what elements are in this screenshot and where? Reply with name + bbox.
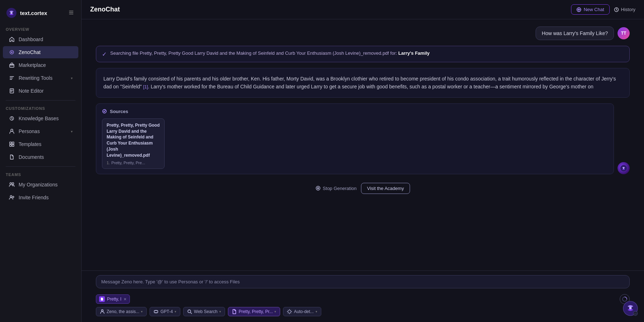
model-label: GPT-4 (160, 309, 173, 314)
sidebar-item-label: ZenoChat (19, 49, 40, 55)
history-button[interactable]: History (614, 7, 635, 12)
file-tag-icon (99, 296, 105, 302)
sources-header: Sources (102, 109, 608, 114)
visit-academy-button[interactable]: Visit the Academy (361, 183, 410, 194)
sidebar: text.cortex Overview Dashboard ZenoChat … (0, 0, 82, 322)
citation-ref[interactable]: [1] (143, 84, 148, 89)
generation-controls: Stop Generation Visit the Academy (96, 180, 630, 197)
stop-generation-button[interactable]: Stop Generation (316, 186, 357, 191)
personas-icon (9, 128, 15, 135)
sidebar-divider (6, 100, 75, 101)
svg-point-15 (10, 183, 12, 185)
chevron-down-icon: ▾ (219, 310, 221, 313)
sidebar-item-label: Personas (19, 128, 40, 134)
svg-point-16 (12, 183, 14, 185)
new-chat-button[interactable]: New Chat (571, 4, 609, 15)
sidebar-item-label: Dashboard (19, 36, 43, 42)
page-title: ZenoChat (90, 6, 120, 13)
svg-rect-12 (12, 142, 14, 144)
file-tag-label: Pretty, I (107, 297, 121, 302)
toolbar-row: Zeno, the assis... ▾ GPT-4 ▾ Web Search … (96, 306, 630, 316)
source-card[interactable]: Pretty, Pretty, Pretty Good Larry David … (102, 118, 165, 169)
model-selector-button[interactable]: GPT-4 ▾ (150, 307, 180, 316)
web-search-button[interactable]: Web Search ▾ (183, 307, 225, 316)
logo-area: text.cortex (0, 4, 81, 24)
svg-rect-13 (10, 145, 11, 146)
sidebar-item-zenochat[interactable]: ZenoChat (3, 46, 78, 58)
sidebar-item-knowledge-bases[interactable]: Knowledge Bases (3, 112, 78, 125)
source-item-label: Pretty, Pretty, Pre... (111, 161, 145, 165)
sources-section: Sources Pretty, Pretty, Pretty Good Larr… (96, 103, 630, 174)
customizations-label: Customizations (0, 103, 81, 112)
file-selector-label: Pretty, Pretty, Pr... (239, 309, 273, 314)
chat-input-area: Message Zeno here. Type '@' to use Perso… (82, 270, 644, 322)
sidebar-item-my-organizations[interactable]: My Organizations (3, 179, 78, 191)
svg-point-22 (623, 167, 624, 169)
sidebar-item-label: Rewriting Tools (19, 75, 53, 81)
sidebar-item-label: Documents (19, 154, 44, 160)
input-file-tag[interactable]: Pretty, I × (96, 294, 130, 304)
logo-text: text.cortex (20, 10, 47, 16)
svg-point-1 (10, 12, 13, 14)
chevron-down-icon: ▾ (175, 310, 176, 313)
svg-rect-3 (69, 12, 73, 13)
main-content: ZenoChat New Chat History How was Larry'… (82, 0, 644, 322)
chat-input-placeholder: Message Zeno here. Type '@' to use Perso… (96, 275, 630, 288)
sidebar-item-templates[interactable]: Templates (3, 138, 78, 150)
auto-detect-label: Auto-det... (294, 309, 313, 314)
org-icon (9, 181, 15, 188)
overview-section-label: Overview (0, 24, 81, 33)
rewriting-icon (9, 75, 15, 81)
sidebar-item-label: Knowledge Bases (19, 116, 59, 121)
file-tag-close[interactable]: × (123, 297, 126, 302)
sidebar-item-dashboard[interactable]: Dashboard (3, 33, 78, 45)
sidebar-item-documents[interactable]: Documents (3, 151, 78, 163)
sources-grid: Pretty, Pretty, Pretty Good Larry David … (102, 118, 608, 169)
teams-label: Teams (0, 170, 81, 178)
auto-detect-button[interactable]: Auto-det... ▾ (283, 307, 321, 316)
svg-rect-27 (154, 311, 158, 313)
ai-response-continuation: . Larry's mother worked for the Bureau o… (148, 84, 593, 89)
note-icon (9, 88, 15, 94)
user-avatar: TT (618, 27, 630, 39)
chat-input-tags-row: Pretty, I × (96, 292, 630, 306)
sidebar-item-note-editor[interactable]: Note Editor (3, 85, 78, 97)
sidebar-item-label: Invite Friends (19, 195, 49, 200)
sidebar-toggle-button[interactable] (67, 8, 75, 18)
knowledge-icon (9, 115, 15, 122)
chevron-down-icon: ▾ (316, 310, 317, 313)
invite-icon (9, 194, 15, 201)
web-search-label: Web Search (194, 309, 218, 314)
svg-rect-8 (10, 89, 14, 93)
sources-box: Sources Pretty, Pretty, Pretty Good Larr… (96, 103, 614, 174)
header-actions: New Chat History (571, 4, 635, 15)
svg-point-6 (11, 52, 13, 53)
sidebar-item-marketplace[interactable]: Marketplace (3, 59, 78, 71)
sidebar-item-personas[interactable]: Personas ▾ (3, 125, 78, 137)
assistant-avatar (618, 162, 630, 174)
documents-icon (9, 154, 15, 160)
home-icon (9, 36, 15, 43)
svg-rect-14 (12, 145, 14, 146)
svg-point-28 (188, 310, 191, 313)
marketplace-icon (9, 62, 15, 68)
app-icon-bottom-right: ⋯ (623, 301, 638, 316)
search-status-box: ✓ Searching file Pretty, Pretty, Pretty … (96, 46, 630, 62)
page-header: ZenoChat New Chat History (82, 0, 644, 19)
sources-content: Sources Pretty, Pretty, Pretty Good Larr… (96, 103, 614, 174)
sidebar-item-label: Note Editor (19, 88, 44, 94)
sidebar-item-invite-friends[interactable]: Invite Friends (3, 191, 78, 204)
svg-rect-4 (69, 14, 73, 14)
sidebar-item-rewriting-tools[interactable]: Rewriting Tools ▾ (3, 72, 78, 84)
chat-area: How was Larry's Family Like? TT ✓ Search… (82, 19, 644, 270)
source-card-title: Pretty, Pretty, Pretty Good Larry David … (107, 122, 160, 158)
persona-selector-button[interactable]: Zeno, the assis... ▾ (96, 307, 147, 316)
templates-icon (9, 141, 15, 147)
logo-icon (6, 7, 17, 19)
file-selector-button[interactable]: Pretty, Pretty, Pr... ▾ (228, 307, 280, 316)
sidebar-item-label: Marketplace (19, 62, 46, 68)
user-message-row: How was Larry's Family Like? TT (96, 26, 630, 40)
svg-point-17 (10, 196, 12, 197)
search-bold: Larry's Family (398, 50, 430, 56)
sidebar-item-label: Templates (19, 141, 42, 147)
